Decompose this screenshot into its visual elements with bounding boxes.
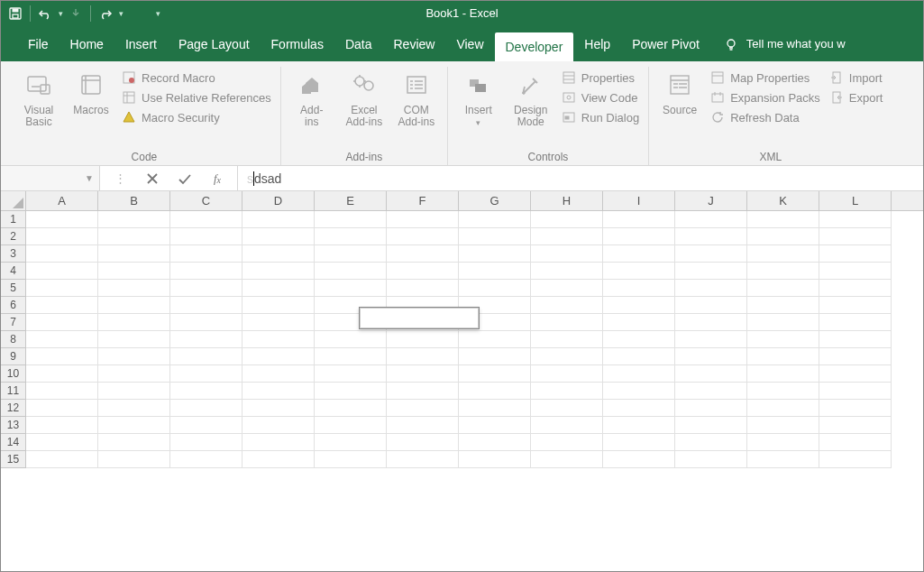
cell[interactable] [26, 228, 98, 245]
cell[interactable] [459, 331, 531, 348]
cell[interactable] [26, 314, 98, 331]
col-header[interactable]: I [603, 191, 675, 210]
cell[interactable] [242, 211, 315, 228]
visual-basic-button[interactable]: VisualBasic [17, 67, 60, 128]
enter-button[interactable] [169, 166, 201, 191]
cell[interactable] [242, 297, 315, 314]
cell[interactable] [603, 348, 675, 365]
cell[interactable] [675, 400, 747, 417]
cell[interactable] [459, 434, 531, 451]
cell[interactable] [242, 245, 315, 263]
cell[interactable] [26, 365, 98, 383]
cell[interactable] [675, 434, 747, 451]
cell[interactable] [170, 314, 242, 331]
cell[interactable] [26, 297, 98, 314]
cell[interactable] [242, 263, 315, 280]
row-header[interactable]: 4 [1, 263, 26, 280]
cell[interactable] [242, 365, 315, 383]
save-button[interactable] [5, 3, 26, 24]
name-box[interactable]: ▼ [1, 166, 100, 190]
cell[interactable] [387, 297, 459, 314]
cell[interactable] [603, 400, 675, 417]
cell[interactable] [819, 348, 892, 365]
cell[interactable] [26, 331, 98, 348]
import-button[interactable]: Import [829, 70, 883, 85]
cell[interactable] [170, 211, 242, 228]
cell[interactable] [315, 280, 387, 297]
qat-customize[interactable]: ▾ [151, 9, 165, 18]
cell[interactable] [531, 211, 603, 228]
cell[interactable] [170, 400, 242, 417]
tab-home[interactable]: Home [59, 26, 114, 61]
cell[interactable] [747, 228, 819, 245]
formula-more-button[interactable]: ⋮ [104, 166, 136, 191]
cell[interactable] [98, 365, 170, 383]
cell[interactable] [170, 383, 242, 400]
formula-input[interactable]: sdsad [238, 166, 923, 190]
macros-button[interactable]: Macros [69, 67, 113, 116]
cell[interactable] [98, 400, 170, 417]
cell[interactable] [819, 263, 892, 280]
cell[interactable] [819, 228, 892, 245]
cell[interactable] [459, 297, 531, 314]
run-dialog-button[interactable]: Run Dialog [562, 110, 639, 125]
cell[interactable] [675, 451, 747, 468]
cell[interactable] [98, 331, 170, 348]
cell[interactable] [98, 434, 170, 451]
row-header[interactable]: 5 [1, 280, 26, 297]
cell[interactable] [603, 451, 675, 468]
cell[interactable] [675, 331, 747, 348]
cell[interactable] [26, 348, 98, 365]
tab-help[interactable]: Help [573, 26, 621, 61]
cell[interactable] [170, 228, 242, 245]
cell[interactable] [675, 348, 747, 365]
tab-review[interactable]: Review [383, 26, 446, 61]
col-header[interactable]: F [387, 191, 459, 210]
cell[interactable] [531, 383, 603, 400]
row-header[interactable]: 1 [1, 211, 26, 228]
row-header[interactable]: 9 [1, 348, 26, 365]
cell[interactable] [98, 314, 170, 331]
cell[interactable] [747, 280, 819, 297]
cell[interactable] [531, 365, 603, 383]
cell[interactable] [98, 297, 170, 314]
cell[interactable] [242, 314, 315, 331]
cell[interactable] [459, 245, 531, 263]
cell[interactable] [170, 417, 242, 434]
cell[interactable] [315, 331, 387, 348]
cell[interactable] [387, 348, 459, 365]
cell[interactable] [819, 245, 892, 263]
row-header[interactable]: 8 [1, 331, 26, 348]
tab-data[interactable]: Data [334, 26, 383, 61]
cell[interactable] [98, 383, 170, 400]
cell[interactable] [26, 417, 98, 434]
cell[interactable] [747, 434, 819, 451]
cell[interactable] [531, 245, 603, 263]
cell[interactable] [242, 383, 315, 400]
tab-insert[interactable]: Insert [114, 26, 168, 61]
cell[interactable] [531, 314, 603, 331]
col-header[interactable]: E [315, 191, 387, 210]
cell[interactable] [819, 280, 892, 297]
excel-addins-button[interactable]: ExcelAdd-ins [343, 67, 386, 128]
cell[interactable] [387, 434, 459, 451]
cell[interactable] [315, 417, 387, 434]
cell[interactable] [26, 263, 98, 280]
cell[interactable] [459, 348, 531, 365]
cell[interactable] [26, 211, 98, 228]
cell[interactable] [747, 383, 819, 400]
cell[interactable] [315, 314, 387, 331]
cell[interactable] [747, 451, 819, 468]
row-header[interactable]: 11 [1, 383, 26, 400]
cancel-button[interactable] [136, 166, 169, 191]
cell[interactable] [98, 280, 170, 297]
cell[interactable] [603, 211, 675, 228]
use-relative-refs-button[interactable]: Use Relative References [122, 90, 271, 105]
cell[interactable] [26, 383, 98, 400]
map-properties-button[interactable]: Map Properties [710, 70, 820, 85]
cell[interactable] [170, 280, 242, 297]
design-mode-button[interactable]: DesignMode [509, 67, 553, 128]
cell[interactable] [819, 400, 892, 417]
cell[interactable] [459, 280, 531, 297]
cell[interactable] [531, 348, 603, 365]
